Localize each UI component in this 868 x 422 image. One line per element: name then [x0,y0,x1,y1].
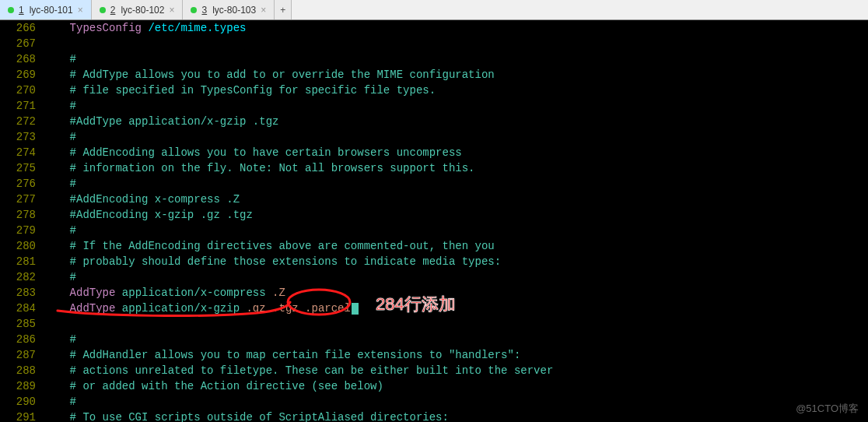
code-content[interactable]: # AddHandler allows you to map certain f… [44,347,868,363]
code-token: TypesConfig [44,22,148,34]
code-token: .tgz [272,302,305,315]
code-line[interactable]: 270 # file specified in TypesConfig for … [0,83,868,98]
editor-area[interactable]: 284行添加 266 TypesConfig /etc/mime.types26… [0,20,868,422]
code-token: # To use CGI scripts outside of ScriptAl… [44,411,449,422]
code-line[interactable]: 280 # If the AddEncoding directives abov… [0,238,868,254]
line-number: 288 [0,363,44,378]
code-token: application/x-gzip [122,302,247,315]
line-number: 289 [0,378,44,394]
tab-lyc-80-101[interactable]: 1 lyc-80-101× [0,0,92,19]
tab-number: 3 [201,5,207,16]
code-token: # [44,100,76,112]
code-token: #AddType application/x-gzip .tgz [44,115,278,128]
code-content[interactable]: #AddEncoding x-gzip .gz .tgz [44,207,868,223]
code-token: AddType [44,302,122,315]
code-token: # [44,131,76,143]
code-line[interactable]: 283 AddType application/x-compress .Z [0,285,868,301]
code-content[interactable]: # To use CGI scripts outside of ScriptAl… [44,410,868,422]
code-content[interactable]: AddType application/x-gzip .gz .tgz .par… [44,301,868,316]
code-token: # [44,53,76,65]
code-line[interactable]: 286 # [0,332,868,347]
code-content[interactable]: # file specified in TypesConfig for spec… [44,83,868,98]
code-token: .gz [246,302,272,315]
code-content[interactable]: #AddEncoding x-compress .Z [44,192,868,207]
code-line[interactable]: 268 # [0,51,868,67]
code-line[interactable]: 279 # [0,223,868,238]
line-number: 274 [0,145,44,160]
code-content[interactable]: # or added with the Action directive (se… [44,378,868,394]
code-content[interactable]: # information on the fly. Note: Not all … [44,160,868,176]
tab-bar: 1 lyc-80-101×2 lyc-80-102×3 lyc-80-103×+ [0,0,868,20]
code-line[interactable]: 278 #AddEncoding x-gzip .gz .tgz [0,207,868,223]
code-line[interactable]: 276 # [0,176,868,192]
code-line[interactable]: 272 #AddType application/x-gzip .tgz [0,114,868,129]
code-line[interactable]: 275 # information on the fly. Note: Not … [0,160,868,176]
code-token: # [44,178,76,190]
code-line[interactable]: 274 # AddEncoding allows you to have cer… [0,145,868,160]
tab-lyc-80-103[interactable]: 3 lyc-80-103× [183,0,275,19]
code-content[interactable]: #AddType application/x-gzip .tgz [44,114,868,129]
line-number: 282 [0,269,44,285]
code-content[interactable]: # [44,394,868,410]
close-icon[interactable]: × [78,5,83,16]
code-content[interactable]: # actions unrelated to filetype. These c… [44,363,868,378]
code-content[interactable]: # [44,98,868,114]
tab-lyc-80-102[interactable]: 2 lyc-80-102× [92,0,184,19]
code-token: # actions unrelated to filetype. These c… [44,364,553,377]
close-icon[interactable]: × [169,5,174,16]
code-line[interactable]: 287 # AddHandler allows you to map certa… [0,347,868,363]
line-number: 267 [0,36,44,51]
code-content[interactable]: # [44,51,868,67]
code-line[interactable]: 281 # probably should define those exten… [0,254,868,269]
code-content[interactable]: # AddType allows you to add to or overri… [44,67,868,83]
code-content[interactable]: TypesConfig /etc/mime.types [44,20,868,36]
tab-number: 1 [19,5,24,16]
code-token: .parcel [305,302,351,315]
add-tab-button[interactable]: + [275,0,292,19]
code-line[interactable]: 277 #AddEncoding x-compress .Z [0,192,868,207]
code-token: AddType [44,287,122,299]
code-content[interactable]: # [44,269,868,285]
cursor-icon [352,303,359,315]
code-line[interactable]: 285 [0,316,868,332]
code-line[interactable]: 290 # [0,394,868,410]
code-content[interactable]: # [44,129,868,145]
line-number: 276 [0,176,44,192]
code-token: # file specified in TypesConfig for spec… [44,84,436,97]
code-content[interactable]: # If the AddEncoding directives above ar… [44,238,868,254]
line-number: 278 [0,207,44,223]
code-line[interactable]: 267 [0,36,868,51]
code-token: # [44,333,76,346]
line-number: 291 [0,410,44,422]
code-token: # information on the fly. Note: Not all … [44,162,475,174]
code-content[interactable]: AddType application/x-compress .Z [44,285,868,301]
code-line[interactable]: 269 # AddType allows you to add to or ov… [0,67,868,83]
code-line[interactable]: 271 # [0,98,868,114]
code-token: # probably should define those extension… [44,255,501,268]
code-line[interactable]: 288 # actions unrelated to filetype. The… [0,363,868,378]
code-token: #AddEncoding x-compress .Z [44,193,240,206]
line-number: 266 [0,20,44,36]
code-content[interactable] [44,316,868,332]
line-number: 279 [0,223,44,238]
code-line[interactable]: 291 # To use CGI scripts outside of Scri… [0,410,868,422]
code-line[interactable]: 266 TypesConfig /etc/mime.types [0,20,868,36]
status-dot-icon [8,7,14,13]
line-number: 270 [0,83,44,98]
code-content[interactable]: # probably should define those extension… [44,254,868,269]
code-content[interactable]: # [44,332,868,347]
code-line[interactable]: 282 # [0,269,868,285]
line-number: 271 [0,98,44,114]
close-icon[interactable]: × [261,5,266,16]
code-content[interactable]: # [44,223,868,238]
code-content[interactable]: # [44,176,868,192]
code-token: # or added with the Action directive (se… [44,380,383,392]
watermark: @51CTO博客 [796,402,859,416]
code-line[interactable]: 273 # [0,129,868,145]
code-line[interactable]: 284 AddType application/x-gzip .gz .tgz … [0,301,868,316]
code-token: # AddEncoding allows you to have certain… [44,146,462,159]
code-content[interactable]: # AddEncoding allows you to have certain… [44,145,868,160]
code-content[interactable] [44,36,868,51]
code-line[interactable]: 289 # or added with the Action directive… [0,378,868,394]
tab-label: lyc-80-102 [121,5,164,16]
